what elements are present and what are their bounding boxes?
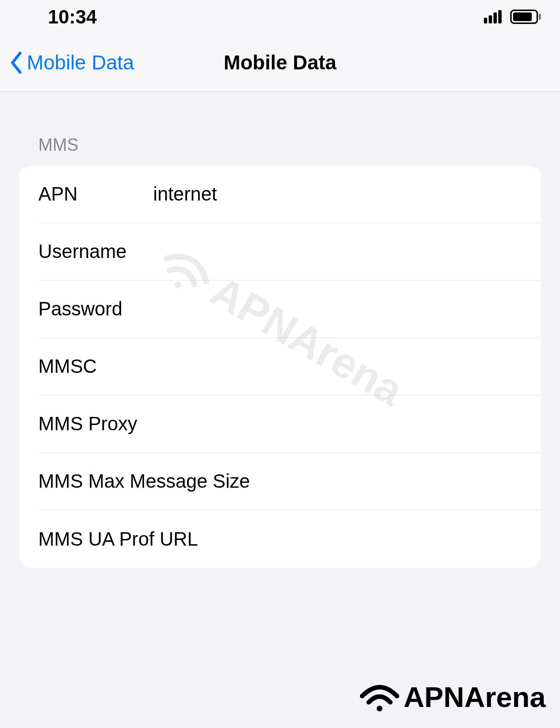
back-button[interactable]: Mobile Data — [10, 51, 134, 74]
mms-ua-prof-label: MMS UA Prof URL — [38, 528, 198, 550]
row-mms-max-size[interactable]: MMS Max Message Size — [38, 453, 541, 510]
status-bar: 10:34 — [0, 0, 560, 34]
password-input[interactable] — [153, 298, 522, 320]
apn-label: APN — [38, 183, 153, 205]
content-area: MMS APN Username Password MMSC MMS Proxy — [0, 92, 560, 568]
footer-logo: APNArena — [358, 681, 546, 714]
row-password[interactable]: Password — [38, 280, 541, 338]
svg-point-1 — [377, 706, 382, 711]
settings-group-mms: APN Username Password MMSC MMS Proxy MMS… — [19, 166, 541, 568]
row-apn[interactable]: APN — [38, 166, 541, 223]
back-label: Mobile Data — [27, 51, 134, 74]
wifi-icon — [358, 682, 401, 713]
mms-max-size-input[interactable] — [250, 470, 522, 492]
chevron-back-icon — [10, 51, 23, 74]
password-label: Password — [38, 298, 153, 320]
mms-proxy-input[interactable] — [153, 413, 522, 435]
mms-ua-prof-input[interactable] — [198, 528, 522, 550]
row-username[interactable]: Username — [38, 223, 541, 280]
battery-icon — [510, 10, 541, 24]
navigation-bar: Mobile Data Mobile Data — [0, 34, 560, 92]
mmsc-input[interactable] — [153, 356, 522, 377]
page-title: Mobile Data — [224, 51, 336, 74]
section-header-mms: MMS — [0, 92, 560, 161]
row-mms-proxy[interactable]: MMS Proxy — [38, 395, 541, 453]
footer-text: APNArena — [403, 681, 546, 714]
mms-max-size-label: MMS Max Message Size — [38, 470, 250, 492]
apn-input[interactable] — [153, 183, 522, 205]
mms-proxy-label: MMS Proxy — [38, 413, 153, 435]
row-mmsc[interactable]: MMSC — [38, 338, 541, 395]
signal-icon — [484, 10, 502, 23]
status-indicators — [484, 10, 541, 24]
row-mms-ua-prof[interactable]: MMS UA Prof URL — [19, 510, 541, 568]
username-input[interactable] — [153, 241, 522, 262]
mmsc-label: MMSC — [38, 356, 153, 377]
username-label: Username — [38, 241, 153, 262]
status-time: 10:34 — [48, 6, 97, 28]
